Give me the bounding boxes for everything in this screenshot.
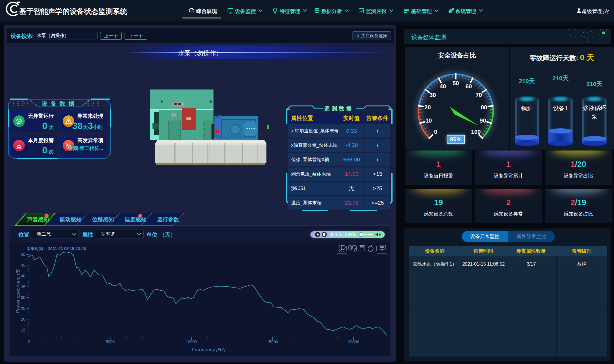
svg-text:位移感知: 位移感知: [92, 216, 114, 222]
svg-text:运行参数: 运行参数: [157, 216, 179, 222]
svg-text:泵: 泵: [592, 113, 597, 120]
svg-text:40: 40: [440, 83, 446, 89]
svg-text:100: 100: [471, 129, 480, 135]
svg-text:50: 50: [453, 80, 459, 86]
svg-text:10: 10: [426, 117, 432, 124]
svg-text:60: 60: [466, 83, 472, 89]
svg-text:设备1: 设备1: [553, 105, 568, 111]
svg-text:锅炉: 锅炉: [521, 105, 533, 111]
svg-text:80: 80: [481, 104, 487, 110]
svg-text:振动感知: 振动感知: [59, 216, 81, 222]
svg-text:70: 70: [476, 92, 482, 98]
svg-text:20: 20: [424, 104, 431, 110]
svg-text:0: 0: [434, 129, 437, 135]
svg-text:30: 30: [430, 92, 436, 98]
svg-text:90: 90: [480, 117, 486, 124]
svg-text:浆液循环: 浆液循环: [583, 105, 606, 111]
svg-text:温度感知: 温度感知: [124, 216, 146, 222]
